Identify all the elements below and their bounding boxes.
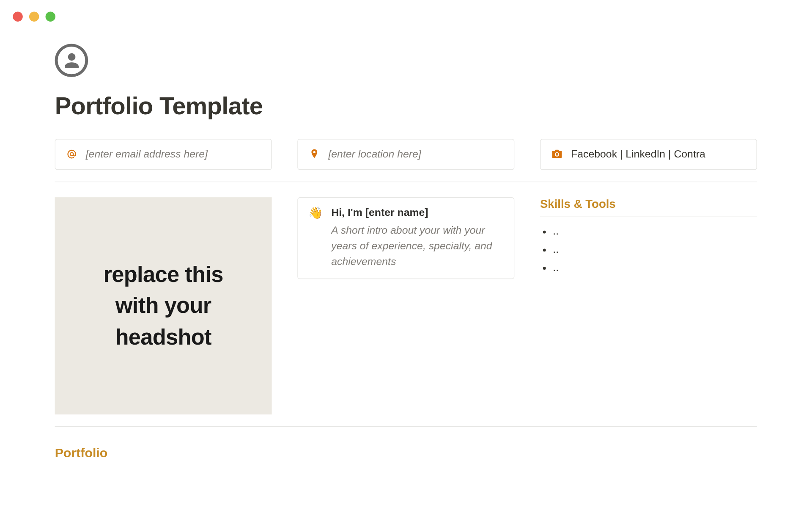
intro-sub-text[interactable]: A short intro about your with your years… [331,222,503,270]
skills-divider [540,217,757,217]
page-avatar-icon[interactable] [55,44,88,77]
window-traffic-lights [0,0,812,22]
list-item[interactable]: .. [553,225,757,237]
page-content: Portfolio Template [enter email address … [0,22,812,461]
page-title[interactable]: Portfolio Template [55,92,757,120]
social-callout[interactable]: Facebook | LinkedIn | Contra [540,139,757,170]
location-placeholder-text[interactable]: [enter location here] [328,148,421,160]
intro-name-line[interactable]: Hi, I'm [enter name] [331,207,503,219]
email-placeholder-text[interactable]: [enter email address here] [86,148,208,160]
section-divider [55,426,757,427]
section-divider [55,182,757,182]
contact-row: [enter email address here] [enter locati… [55,139,757,170]
svg-point-0 [70,152,73,155]
social-links-text[interactable]: Facebook | LinkedIn | Contra [571,148,705,160]
person-silhouette-icon [61,50,81,70]
at-icon [66,148,78,160]
wave-icon: 👋 [308,207,323,218]
email-callout[interactable]: [enter email address here] [55,139,272,170]
skills-list: .. .. .. [540,225,757,273]
headshot-placeholder-text: replace this with your headshot [84,260,243,353]
skills-section: Skills & Tools .. .. .. [540,197,757,414]
minimize-window-dot[interactable] [29,12,39,22]
headshot-placeholder[interactable]: replace this with your headshot [55,197,272,414]
list-item[interactable]: .. [553,243,757,256]
location-callout[interactable]: [enter location here] [297,139,514,170]
intro-row: replace this with your headshot 👋 Hi, I'… [55,197,757,414]
zoom-window-dot[interactable] [46,12,55,22]
location-pin-icon [308,148,320,160]
skills-heading[interactable]: Skills & Tools [540,197,757,211]
intro-callout[interactable]: 👋 Hi, I'm [enter name] A short intro abo… [297,197,514,279]
list-item[interactable]: .. [553,262,757,274]
camera-icon [551,148,563,160]
portfolio-heading[interactable]: Portfolio [55,445,757,461]
close-window-dot[interactable] [13,12,22,22]
